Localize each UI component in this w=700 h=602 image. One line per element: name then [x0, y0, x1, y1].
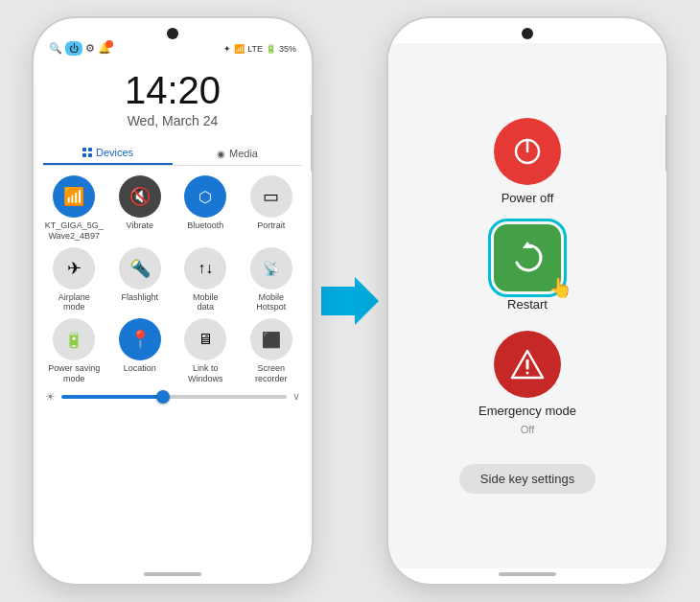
mobile-data-tile-label: Mobiledata [193, 292, 219, 313]
tile-location[interactable]: 📍 Location [109, 318, 172, 384]
airplane-tile-label: Airplanemode [58, 292, 90, 313]
tab-bar: Devices ◉ Media [43, 142, 302, 166]
location-tile-icon: 📍 [119, 318, 161, 360]
clock-time: 14:20 [34, 71, 312, 109]
emergency-option[interactable]: Emergency mode Off [478, 331, 576, 435]
power-saving-tile-label: Power savingmode [48, 363, 100, 384]
brightness-thumb[interactable] [156, 390, 170, 404]
location-tile-label: Location [124, 363, 156, 374]
emergency-button[interactable] [494, 331, 561, 398]
status-right: ✦ 📶 LTE 🔋 35% [223, 44, 296, 54]
flashlight-tile-label: Flashlight [121, 292, 158, 303]
restart-icon [509, 240, 546, 276]
airplane-tile-icon: ✈ [53, 247, 95, 289]
hotspot-tile-label: MobileHotspot [256, 292, 286, 313]
status-left: 🔍 ⏻ ⚙ 🔔 [49, 41, 111, 56]
left-phone: 🔍 ⏻ ⚙ 🔔 ✦ 📶 LTE 🔋 35% 14:20 Wed, March 2… [34, 18, 312, 584]
tile-link-windows[interactable]: 🖥 Link toWindows [175, 318, 237, 384]
battery-percent: 35% [279, 44, 296, 54]
vibrate-tile-label: Vibrate [127, 220, 153, 231]
tile-flashlight[interactable]: 🔦 Flashlight [109, 247, 172, 313]
notification-icon-group: 🔔 [98, 42, 111, 55]
restart-option-wrap: 👆 Restart [494, 224, 561, 312]
bluetooth-tile-label: Bluetooth [187, 220, 223, 231]
media-icon: ◉ [217, 149, 225, 159]
clock-date: Wed, March 24 [34, 113, 312, 128]
hotspot-tile-icon: 📡 [250, 247, 292, 289]
emergency-label: Emergency mode [478, 404, 576, 418]
brightness-slider[interactable] [61, 395, 287, 399]
tile-airplane[interactable]: ✈ Airplanemode [43, 247, 105, 313]
bluetooth-status-icon: ✦ [223, 44, 231, 54]
tile-power-saving[interactable]: 🔋 Power savingmode [43, 318, 105, 384]
network-status-icon: LTE [247, 44, 263, 54]
restart-label: Restart [507, 297, 548, 312]
clock-area: 14:20 Wed, March 24 [34, 58, 312, 136]
tab-devices[interactable]: Devices [43, 142, 173, 165]
svg-point-6 [525, 372, 528, 375]
restart-button[interactable] [494, 224, 561, 291]
flashlight-tile-icon: 🔦 [119, 247, 161, 289]
power-off-label: Power off [502, 191, 554, 205]
settings-icon[interactable]: ⚙ [85, 42, 95, 55]
right-home-bar [499, 572, 556, 576]
link-windows-tile-icon: 🖥 [184, 318, 226, 360]
power-off-option[interactable]: Power off [494, 118, 561, 205]
tile-portrait[interactable]: ▭ Portrait [241, 175, 303, 242]
link-windows-tile-label: Link toWindows [188, 363, 223, 384]
quick-panel: Devices ◉ Media 📶 KT_GIGA_5G_Wave2_4B97 … [34, 136, 312, 568]
camera-dot [167, 28, 178, 39]
screen-recorder-tile-label: Screenrecorder [255, 363, 288, 384]
power-saving-tile-icon: 🔋 [53, 318, 95, 360]
tiles-grid: 📶 KT_GIGA_5G_Wave2_4B97 🔇 Vibrate ⬡ Blue… [43, 175, 302, 384]
tile-hotspot[interactable]: 📡 MobileHotspot [241, 247, 303, 313]
right-phone: Power off 👆 Restart [388, 18, 666, 584]
tile-wifi[interactable]: 📶 KT_GIGA_5G_Wave2_4B97 [43, 175, 105, 242]
main-container: 🔍 ⏻ ⚙ 🔔 ✦ 📶 LTE 🔋 35% 14:20 Wed, March 2… [34, 18, 666, 584]
tile-mobile-data[interactable]: ↑↓ Mobiledata [175, 247, 237, 313]
brightness-bar: ☀ ∨ [43, 390, 302, 404]
wifi-status-icon: 📶 [234, 44, 245, 54]
chevron-down-icon[interactable]: ∨ [292, 390, 300, 403]
brightness-low-icon: ☀ [45, 390, 56, 404]
notification-dot [105, 40, 113, 48]
tab-media-label: Media [229, 148, 258, 159]
home-bar [144, 572, 201, 576]
status-bar: 🔍 ⏻ ⚙ 🔔 ✦ 📶 LTE 🔋 35% [34, 39, 312, 58]
tile-screen-recorder[interactable]: ⬛ Screenrecorder [241, 318, 303, 384]
emergency-icon [510, 347, 545, 382]
screen-recorder-tile-icon: ⬛ [250, 318, 292, 360]
grid-icon [82, 148, 92, 157]
restart-option[interactable]: 👆 Restart [494, 224, 561, 312]
portrait-tile-label: Portrait [257, 220, 285, 231]
svg-marker-0 [321, 277, 379, 325]
battery-icon: 🔋 [266, 44, 276, 54]
side-key-settings-button[interactable]: Side key settings [459, 464, 595, 494]
vibrate-tile-icon: 🔇 [119, 175, 161, 218]
tab-devices-label: Devices [96, 147, 133, 158]
power-button-highlight[interactable]: ⏻ [65, 41, 82, 56]
bluetooth-tile-icon: ⬡ [184, 175, 226, 218]
wifi-tile-icon: 📶 [53, 175, 95, 218]
power-off-icon [512, 136, 543, 167]
right-camera-dot [522, 28, 533, 39]
tile-vibrate[interactable]: 🔇 Vibrate [109, 175, 172, 242]
search-icon[interactable]: 🔍 [49, 42, 62, 55]
tile-bluetooth[interactable]: ⬡ Bluetooth [175, 175, 237, 242]
wifi-tile-label: KT_GIGA_5G_Wave2_4B97 [45, 220, 104, 242]
power-menu: Power off 👆 Restart [388, 43, 666, 568]
portrait-tile-icon: ▭ [250, 175, 292, 218]
arrow-right-icon [321, 277, 379, 325]
power-off-button[interactable] [494, 118, 561, 185]
emergency-sublabel: Off [521, 424, 534, 435]
arrow-container [321, 277, 379, 325]
mobile-data-tile-icon: ↑↓ [184, 247, 226, 289]
tab-media[interactable]: ◉ Media [173, 142, 302, 165]
